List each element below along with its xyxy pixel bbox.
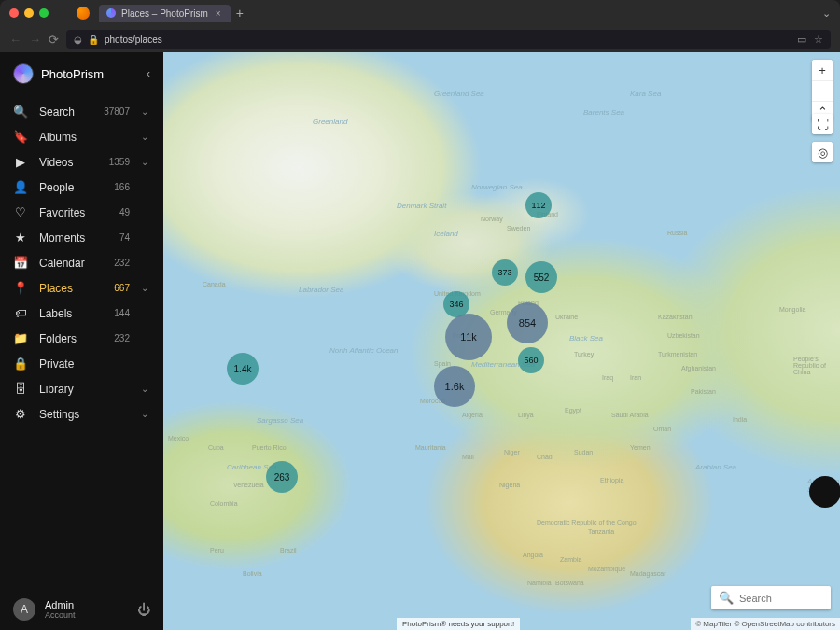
sidebar-item-count: 232: [104, 258, 130, 268]
geolocate-button[interactable]: ◎: [812, 142, 833, 162]
chevron-down-icon: ⌄: [141, 283, 150, 293]
sidebar-item-count: 37807: [104, 106, 130, 117]
nav-forward-button[interactable]: →: [29, 33, 41, 47]
tab-list-chevron-icon[interactable]: ⌄: [822, 7, 831, 20]
sidebar-item-places[interactable]: 📍Places667⌄: [0, 275, 163, 301]
sidebar-footer: A Admin Account ⏻: [0, 589, 163, 630]
sidebar-item-calendar[interactable]: 📅Calendar232: [0, 250, 163, 275]
chevron-down-icon: ⌄: [141, 409, 150, 419]
sidebar-item-private[interactable]: 🔒Private: [0, 351, 163, 376]
support-banner[interactable]: PhotoPrism® needs your support!: [397, 618, 520, 630]
map-attribution[interactable]: © MapTiler © OpenStreetMap contributors: [691, 618, 840, 630]
titlebar: Places – PhotoPrism × + ⌄: [0, 0, 840, 26]
map-cluster-marker[interactable]: 1.6k: [434, 366, 475, 407]
sidebar-item-label: Places: [39, 282, 92, 295]
sidebar-item-moments[interactable]: ★Moments74: [0, 225, 163, 250]
url-bar[interactable]: ◒ 🔒 photos/places ▭ ☆: [66, 30, 831, 49]
map-geolocate-control: ◎: [812, 142, 833, 162]
bookmark-star-icon[interactable]: ☆: [814, 34, 823, 46]
chevron-down-icon: ⌄: [141, 106, 150, 117]
map-zoom-controls: + − ⌃: [812, 60, 833, 121]
sidebar-item-settings[interactable]: ⚙Settings⌄: [0, 401, 163, 427]
sidebar-item-label: Labels: [39, 307, 92, 320]
map-cluster-marker[interactable]: 11k: [445, 314, 492, 360]
lock-icon[interactable]: 🔒: [88, 35, 99, 45]
star-icon: ★: [13, 231, 28, 245]
app-frame: PhotoPrism ‹ 🔍Search37807⌄🔖Albums⌄▶Video…: [0, 52, 840, 630]
brand-name: PhotoPrism: [41, 67, 104, 81]
tracking-shield-icon[interactable]: ◒: [74, 35, 82, 45]
sidebar-item-count: 49: [104, 207, 130, 217]
calendar-icon: 📅: [13, 256, 28, 270]
map-search-input[interactable]: [739, 593, 823, 604]
sidebar-item-count: 232: [104, 333, 130, 343]
map-cluster-marker[interactable]: 854: [507, 302, 548, 343]
reader-mode-icon[interactable]: ▭: [797, 34, 806, 46]
sidebar-item-label: Folders: [39, 332, 92, 345]
tab-title: Places – PhotoPrism: [121, 8, 208, 19]
chevron-down-icon: ⌄: [141, 132, 150, 142]
firefox-icon: [77, 7, 90, 20]
account-name: Admin: [45, 599, 76, 610]
sidebar-item-folders[interactable]: 📁Folders232: [0, 326, 163, 351]
map-tiles[interactable]: [163, 52, 840, 630]
close-window-button[interactable]: [9, 8, 19, 18]
avatar[interactable]: A: [13, 598, 35, 621]
sidebar: PhotoPrism ‹ 🔍Search37807⌄🔖Albums⌄▶Video…: [0, 52, 163, 630]
person-icon: 👤: [13, 180, 28, 194]
sidebar-item-label: Settings: [39, 408, 92, 421]
map-cluster-marker[interactable]: 552: [525, 261, 557, 293]
sidebar-item-label: Favorites: [39, 206, 92, 219]
map-search-box[interactable]: 🔍: [711, 586, 831, 609]
heart-icon: ♡: [13, 205, 28, 219]
search-icon: 🔍: [719, 591, 734, 605]
logout-button[interactable]: ⏻: [137, 602, 150, 617]
avatar-letter: A: [21, 603, 28, 616]
new-tab-button[interactable]: +: [236, 6, 244, 21]
sidebar-item-videos[interactable]: ▶Videos1359⌄: [0, 149, 163, 175]
nav-reload-button[interactable]: ⟳: [49, 33, 59, 47]
sidebar-item-favorites[interactable]: ♡Favorites49: [0, 200, 163, 225]
account-block[interactable]: Admin Account: [45, 599, 76, 620]
play-icon: ▶: [13, 155, 28, 169]
sidebar-item-people[interactable]: 👤People166: [0, 175, 163, 200]
tag-icon: 🏷: [13, 306, 28, 320]
lock-icon: 🔒: [13, 357, 28, 371]
account-sub: Account: [45, 610, 76, 620]
maximize-window-button[interactable]: [39, 8, 49, 18]
map-cluster-marker[interactable]: 112: [525, 192, 552, 218]
map-cluster-marker[interactable]: 263: [266, 461, 298, 493]
map-cluster-marker[interactable]: 560: [518, 347, 544, 373]
sidebar-item-label: Private: [39, 357, 92, 371]
map-area[interactable]: Greenland SeaGreenlandNorwegian SeaBaren…: [163, 52, 840, 630]
chevron-down-icon: ⌄: [141, 384, 150, 394]
map-cluster-marker[interactable]: 1.4k: [227, 353, 259, 385]
tab-strip: Places – PhotoPrism × +: [99, 5, 244, 22]
browser-tab-active[interactable]: Places – PhotoPrism ×: [99, 5, 231, 22]
minimize-window-button[interactable]: [24, 8, 34, 18]
sidebar-item-label: Calendar: [39, 257, 92, 270]
sidebar-item-label: Library: [39, 383, 92, 396]
tab-favicon-icon: [106, 8, 116, 18]
browser-chrome: Places – PhotoPrism × + ⌄ ← → ⟳ ◒ 🔒 phot…: [0, 0, 840, 52]
sidebar-item-count: 667: [104, 283, 130, 293]
nav-back-button[interactable]: ←: [9, 33, 21, 47]
map-cluster-marker[interactable]: 373: [492, 259, 518, 286]
zoom-out-button[interactable]: −: [812, 80, 833, 101]
sidebar-item-label: Search: [39, 105, 92, 119]
map-fullscreen-control: ⛶: [812, 114, 833, 134]
folder-icon: 📁: [13, 331, 28, 345]
browser-navbar: ← → ⟳ ◒ 🔒 photos/places ▭ ☆: [0, 26, 840, 52]
sidebar-item-count: 144: [104, 308, 130, 318]
sidebar-item-search[interactable]: 🔍Search37807⌄: [0, 99, 163, 124]
sidebar-item-albums[interactable]: 🔖Albums⌄: [0, 124, 163, 149]
fullscreen-button[interactable]: ⛶: [812, 114, 833, 134]
sidebar-item-count: 1359: [104, 157, 130, 167]
map-cluster-marker[interactable]: [809, 476, 840, 508]
sidebar-item-library[interactable]: 🗄Library⌄: [0, 376, 163, 401]
bookmark-icon: 🔖: [13, 130, 28, 144]
tab-close-icon[interactable]: ×: [214, 8, 223, 19]
zoom-in-button[interactable]: +: [812, 60, 833, 80]
sidebar-item-labels[interactable]: 🏷Labels144: [0, 301, 163, 326]
sidebar-collapse-button[interactable]: ‹: [147, 67, 150, 80]
